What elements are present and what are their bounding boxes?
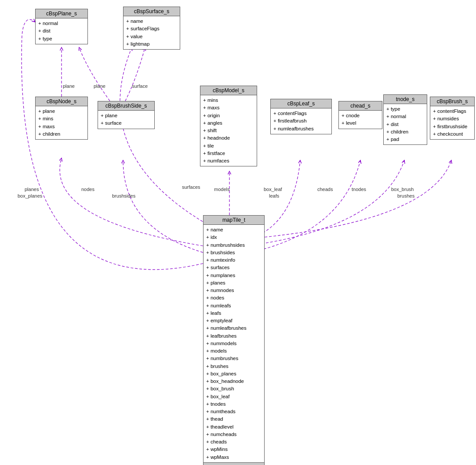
edge-label-surface: surface <box>132 83 148 89</box>
title-cBspBrushSide_s: cBspBrushSide_s <box>98 101 154 111</box>
field: + firstbrushside <box>433 123 472 130</box>
box-cBspSurface_s: cBspSurface_s + name + surfaceFlags + va… <box>123 7 180 50</box>
field: + numcheads <box>206 431 262 438</box>
field: + lightmap <box>126 40 177 48</box>
edge-label-leafs: leafs <box>269 193 279 198</box>
field: + type <box>386 105 424 113</box>
fields-cBspSurface_s: + name + surfaceFlags + value + lightmap <box>124 16 180 49</box>
field: + box_planes <box>206 370 262 378</box>
field: + maxs <box>203 104 254 112</box>
fields-cBspModel_s: + mins + maxs + origin + angles + shift … <box>200 95 257 166</box>
fields-cBspPlane_s: + normal + dist + type <box>36 18 87 44</box>
field: + numplanes <box>206 272 262 279</box>
field: + children <box>38 130 85 138</box>
footer-mapTile_t <box>203 462 264 465</box>
title-chead_s: chead_s <box>339 101 382 111</box>
box-tnode_s: tnode_s + type + normal + dist + childre… <box>383 94 427 145</box>
field: + theadlevel <box>206 423 262 431</box>
title-cBspSurface_s: cBspSurface_s <box>124 7 180 16</box>
field: + value <box>126 33 177 40</box>
field: + normal <box>386 113 424 120</box>
field: + box_leaf <box>206 393 262 400</box>
field: + numbrushsides <box>206 242 262 249</box>
fields-tnode_s: + type + normal + dist + children + pad <box>384 104 427 144</box>
box-chead_s: chead_s + cnode + level <box>338 101 382 129</box>
field: + checkcount <box>433 130 472 138</box>
box-cBspBrush_s: cBspBrush_s + contentFlags + numsides + … <box>430 97 475 140</box>
title-cBspBrush_s: cBspBrush_s <box>430 97 474 106</box>
field: + dist <box>386 121 424 128</box>
field: + idx <box>206 234 262 241</box>
field: + emptyleaf <box>206 317 262 324</box>
field: + type <box>38 35 85 43</box>
title-cBspNode_s: cBspNode_s <box>36 97 87 106</box>
field: + numtexinfo <box>206 256 262 264</box>
field: + thead <box>206 415 262 423</box>
edge-label-surfaces: surfaces <box>182 184 200 190</box>
fields-mapTile_t: + name + idx + numbrushsides + brushside… <box>203 225 264 462</box>
field: + contentFlags <box>273 110 329 117</box>
fields-cBspBrushSide_s: + plane + surface <box>98 111 154 129</box>
field: + angles <box>203 119 254 127</box>
field: + brushsides <box>206 249 262 256</box>
field: + name <box>126 18 177 25</box>
edge-label-nodes: nodes <box>81 187 94 192</box>
field: + mins <box>38 115 85 123</box>
field: + plane <box>101 112 152 119</box>
edge-label-models: models <box>214 187 229 192</box>
field: + surfaceFlags <box>126 25 177 32</box>
field: + dist <box>38 27 85 35</box>
field: + tile <box>203 142 254 150</box>
field: + mins <box>203 97 254 104</box>
edge-label-plane1: plane <box>63 83 75 89</box>
edge-label-brushes: brushes <box>397 193 414 198</box>
field: + surfaces <box>206 264 262 271</box>
field: + normal <box>38 20 85 27</box>
field: + name <box>206 226 262 234</box>
box-cBspBrushSide_s: cBspBrushSide_s + plane + surface <box>98 101 155 129</box>
edge-label-tnodes: tnodes <box>352 187 366 192</box>
field: + nummodels <box>206 340 262 347</box>
field: + headnode <box>203 134 254 142</box>
field: + maxs <box>38 123 85 130</box>
fields-chead_s: + cnode + level <box>339 111 382 129</box>
field: + firstleafbrush <box>273 117 329 125</box>
field: + leafbrushes <box>206 332 262 340</box>
fields-cBspLeaf_s: + contentFlags + firstleafbrush + numlea… <box>271 108 331 134</box>
box-cBspPlane_s: cBspPlane_s + normal + dist + type <box>35 9 88 44</box>
fields-cBspNode_s: + plane + mins + maxs + children <box>36 106 87 139</box>
title-tnode_s: tnode_s <box>384 95 427 104</box>
box-cBspModel_s: cBspModel_s + mins + maxs + origin + ang… <box>200 86 257 166</box>
box-cBspLeaf_s: cBspLeaf_s + contentFlags + firstleafbru… <box>270 99 332 134</box>
fields-cBspBrush_s: + contentFlags + numsides + firstbrushsi… <box>430 106 474 139</box>
field: + numbrushes <box>206 355 262 362</box>
box-cBspNode_s: cBspNode_s + plane + mins + maxs + child… <box>35 97 88 140</box>
field: + wpMaxs <box>206 454 262 461</box>
field: + numleafbrushes <box>273 125 329 133</box>
field: + origin <box>203 112 254 119</box>
box-mapTile_t: mapTile_t + name + idx + numbrushsides +… <box>203 215 265 465</box>
field: + numfaces <box>203 157 254 165</box>
field: + plane <box>38 108 85 115</box>
field: + wpMins <box>206 446 262 453</box>
field: + box_brush <box>206 385 262 393</box>
field: + numsides <box>433 115 472 123</box>
edge-label-brushsides: brushsides <box>112 193 135 198</box>
field: + contentFlags <box>433 108 472 115</box>
field: + numtheads <box>206 408 262 415</box>
field: + leafs <box>206 310 262 317</box>
field: + children <box>386 128 424 136</box>
field: + surface <box>101 119 152 127</box>
field: + brushes <box>206 363 262 370</box>
field: + models <box>206 347 262 355</box>
edge-label-box_leaf: box_leaf <box>264 187 282 192</box>
field: + level <box>342 119 379 127</box>
field: + numleafs <box>206 302 262 310</box>
field: + cnode <box>342 112 379 119</box>
field: + cheads <box>206 438 262 446</box>
edge-label-plane2: plane <box>94 83 105 89</box>
edge-label-box_brush: box_brush <box>391 187 414 192</box>
field: + box_headnode <box>206 378 262 385</box>
edge-label-cheads: cheads <box>317 187 333 192</box>
title-mapTile_t: mapTile_t <box>203 216 264 225</box>
